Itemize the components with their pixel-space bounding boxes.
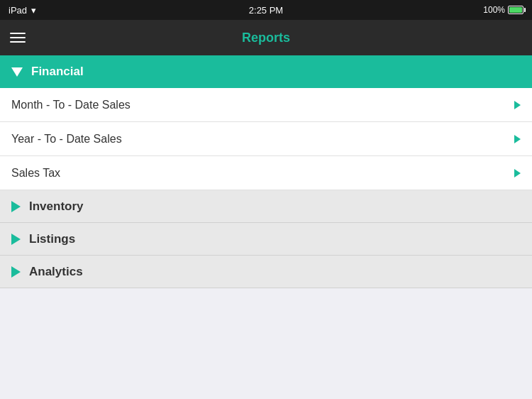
status-right: 100% <box>483 5 523 15</box>
list-item-month-sales[interactable]: Month - To - Date Sales <box>0 88 532 122</box>
status-bar: iPad ▾ 2:25 PM 100% <box>0 0 532 20</box>
status-left: iPad ▾ <box>9 5 36 16</box>
section-analytics[interactable]: Analytics <box>0 256 532 288</box>
triangle-right-icon-listings <box>11 234 21 245</box>
menu-button[interactable] <box>10 33 26 43</box>
section-listings-label: Listings <box>29 232 75 246</box>
triangle-right-icon-analytics <box>11 266 21 278</box>
list-item-year-sales[interactable]: Year - To - Date Sales <box>0 122 532 156</box>
hamburger-line-3 <box>10 41 26 43</box>
section-inventory[interactable]: Inventory <box>0 190 532 223</box>
list-item-month-sales-label: Month - To - Date Sales <box>11 99 131 111</box>
hamburger-line-1 <box>10 33 26 34</box>
section-financial[interactable]: Financial <box>0 55 532 88</box>
section-inventory-label: Inventory <box>29 200 84 214</box>
section-analytics-label: Analytics <box>29 265 83 279</box>
battery-icon <box>508 6 523 14</box>
list-item-sales-tax-label: Sales Tax <box>11 167 60 180</box>
triangle-right-icon-inventory <box>11 201 21 212</box>
content-area: Financial Month - To - Date Sales Year -… <box>0 55 532 288</box>
hamburger-line-2 <box>10 37 26 38</box>
nav-bar: Reports <box>0 20 532 55</box>
section-listings[interactable]: Listings <box>0 223 532 256</box>
battery-fill <box>509 7 522 13</box>
time-label: 2:25 PM <box>249 5 283 16</box>
chevron-right-icon-3 <box>514 169 521 177</box>
list-item-sales-tax[interactable]: Sales Tax <box>0 156 532 190</box>
triangle-down-icon <box>11 67 23 77</box>
battery-percent: 100% <box>483 5 505 15</box>
section-financial-label: Financial <box>31 65 84 79</box>
nav-title: Reports <box>242 31 290 45</box>
chevron-right-icon-2 <box>514 135 521 143</box>
chevron-right-icon <box>514 101 521 109</box>
carrier-label: iPad <box>9 5 27 16</box>
list-item-year-sales-label: Year - To - Date Sales <box>11 133 122 146</box>
wifi-icon: ▾ <box>31 5 36 16</box>
